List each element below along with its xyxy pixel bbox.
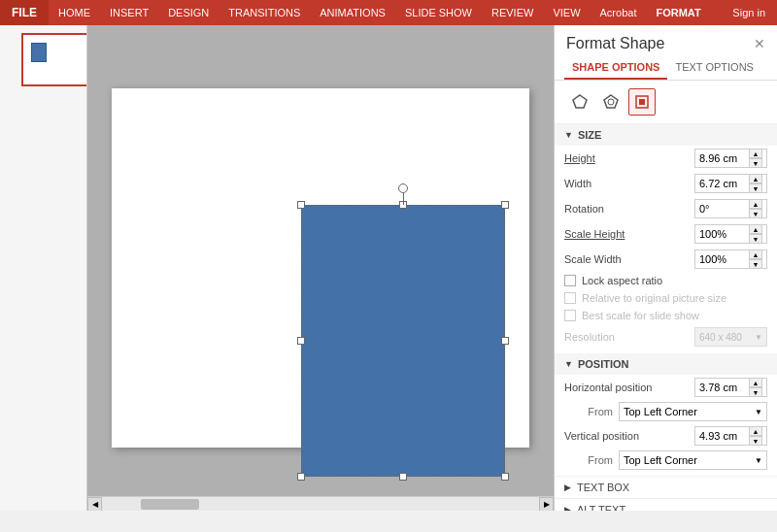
handle-bottom-right[interactable] xyxy=(501,473,509,481)
h-from-row: From Top Left Corner ▼ xyxy=(555,400,777,423)
rotation-row: Rotation 0° ▲ ▼ xyxy=(555,196,777,221)
height-row: Height 8.96 cm ▲ ▼ xyxy=(555,146,777,171)
alt-text-section[interactable]: ▶ ALT TEXT xyxy=(555,498,777,511)
position-section-label: POSITION xyxy=(578,358,629,370)
transitions-menu[interactable]: TRANSITIONS xyxy=(219,0,310,25)
width-spin[interactable]: ▲ ▼ xyxy=(749,174,762,193)
size-section-header[interactable]: ▼ SIZE xyxy=(555,124,777,146)
handle-bottom-left[interactable] xyxy=(297,473,305,481)
scale-height-down[interactable]: ▼ xyxy=(749,234,762,244)
lock-aspect-checkbox[interactable] xyxy=(564,275,576,286)
design-menu[interactable]: DESIGN xyxy=(158,0,219,25)
h-position-input[interactable]: 3.78 cm ▲ ▼ xyxy=(694,378,767,397)
menubar: FILE HOME INSERT DESIGN TRANSITIONS ANIM… xyxy=(0,0,777,25)
scroll-thumb-h[interactable] xyxy=(141,499,199,510)
scale-height-input[interactable]: 100% ▲ ▼ xyxy=(694,224,767,244)
h-from-dropdown-icon: ▼ xyxy=(755,408,762,416)
handle-mid-left[interactable] xyxy=(297,337,305,345)
animations-menu[interactable]: ANIMATIONS xyxy=(310,0,395,25)
height-up[interactable]: ▲ xyxy=(749,149,762,158)
handle-mid-right[interactable] xyxy=(501,337,509,345)
scroll-track-h[interactable] xyxy=(102,497,539,512)
rotate-line xyxy=(403,191,404,205)
tab-shape-options[interactable]: SHAPE OPTIONS xyxy=(564,56,667,80)
rotation-up[interactable]: ▲ xyxy=(749,199,762,209)
resolution-label: Resolution xyxy=(564,331,694,343)
fill-icon-btn[interactable] xyxy=(566,88,593,116)
slide-thumbnail[interactable] xyxy=(21,33,87,86)
sign-in-link[interactable]: Sign in xyxy=(721,7,777,18)
height-label: Height xyxy=(564,152,694,164)
effects-icon-btn[interactable] xyxy=(597,88,625,116)
handle-bottom-mid[interactable] xyxy=(399,473,407,481)
selected-shape[interactable] xyxy=(301,205,505,477)
file-menu[interactable]: FILE xyxy=(0,0,49,25)
acrobat-menu[interactable]: Acrobat xyxy=(591,0,647,25)
rotation-down[interactable]: ▼ xyxy=(749,209,762,218)
insert-menu[interactable]: INSERT xyxy=(100,0,158,25)
tab-text-options[interactable]: TEXT OPTIONS xyxy=(667,56,760,80)
fill-icon xyxy=(571,93,589,111)
best-scale-checkbox xyxy=(564,310,576,321)
v-position-value: 4.93 cm xyxy=(699,430,737,442)
svg-point-2 xyxy=(608,99,614,105)
canvas-area: ◀ ▶ xyxy=(87,25,554,511)
scroll-right-btn[interactable]: ▶ xyxy=(539,497,554,512)
text-box-label: TEXT BOX xyxy=(577,482,629,493)
size-section-label: SIZE xyxy=(578,129,601,141)
height-down[interactable]: ▼ xyxy=(749,158,762,168)
text-box-arrow-icon: ▶ xyxy=(564,482,571,492)
v-from-value: Top Left Corner xyxy=(624,454,697,466)
scale-width-up[interactable]: ▲ xyxy=(749,249,762,259)
scroll-left-btn[interactable]: ◀ xyxy=(87,497,102,512)
height-value: 8.96 cm xyxy=(699,152,737,164)
effects-icon xyxy=(602,93,620,111)
relative-original-label: Relative to original picture size xyxy=(582,292,726,304)
handle-top-left[interactable] xyxy=(297,201,305,209)
v-position-up[interactable]: ▲ xyxy=(749,426,762,436)
view-menu[interactable]: VIEW xyxy=(543,0,590,25)
v-from-select[interactable]: Top Left Corner ▼ xyxy=(619,450,767,470)
height-input[interactable]: 8.96 cm ▲ ▼ xyxy=(694,149,767,168)
slide-canvas xyxy=(112,88,529,448)
review-menu[interactable]: REVIEW xyxy=(482,0,543,25)
text-box-section[interactable]: ▶ TEXT BOX xyxy=(555,476,777,498)
width-value: 6.72 cm xyxy=(699,178,737,189)
scale-height-spin[interactable]: ▲ ▼ xyxy=(749,224,762,244)
scale-width-down[interactable]: ▼ xyxy=(749,259,762,269)
scale-width-input[interactable]: 100% ▲ ▼ xyxy=(694,249,767,269)
rotation-spin[interactable]: ▲ ▼ xyxy=(749,199,762,218)
panel-header: Format Shape ✕ xyxy=(555,25,777,56)
rotation-input[interactable]: 0° ▲ ▼ xyxy=(694,199,767,218)
rotate-handle[interactable] xyxy=(398,183,408,193)
height-spin[interactable]: ▲ ▼ xyxy=(749,149,762,168)
h-position-up[interactable]: ▲ xyxy=(749,378,762,387)
rotation-value: 0° xyxy=(699,203,710,215)
scale-width-spin[interactable]: ▲ ▼ xyxy=(749,249,762,269)
h-position-down[interactable]: ▼ xyxy=(749,387,762,397)
slideshow-menu[interactable]: SLIDE SHOW xyxy=(395,0,482,25)
width-up[interactable]: ▲ xyxy=(749,174,762,183)
close-panel-button[interactable]: ✕ xyxy=(754,36,765,51)
width-input[interactable]: 6.72 cm ▲ ▼ xyxy=(694,174,767,193)
h-position-spin[interactable]: ▲ ▼ xyxy=(749,378,762,397)
v-position-spin[interactable]: ▲ ▼ xyxy=(749,426,762,446)
v-from-label: From xyxy=(574,454,613,466)
v-position-down[interactable]: ▼ xyxy=(749,436,762,446)
home-menu[interactable]: HOME xyxy=(49,0,100,25)
h-scrollbar[interactable]: ◀ ▶ xyxy=(87,496,554,511)
format-menu[interactable]: FORMAT xyxy=(646,0,710,25)
best-scale-label: Best scale for slide show xyxy=(582,310,699,321)
icon-row xyxy=(555,81,777,124)
rotation-label: Rotation xyxy=(564,203,694,215)
size-icon-btn[interactable] xyxy=(628,88,656,116)
scale-height-up[interactable]: ▲ xyxy=(749,224,762,234)
relative-original-row: Relative to original picture size xyxy=(555,289,777,307)
h-from-select[interactable]: Top Left Corner ▼ xyxy=(619,402,767,421)
v-position-input[interactable]: 4.93 cm ▲ ▼ xyxy=(694,426,767,446)
size-arrow-icon: ▼ xyxy=(564,130,573,140)
width-down[interactable]: ▼ xyxy=(749,183,762,193)
handle-top-right[interactable] xyxy=(501,201,509,209)
position-section-header[interactable]: ▼ POSITION xyxy=(555,353,777,375)
panel-title: Format Shape xyxy=(566,35,664,52)
